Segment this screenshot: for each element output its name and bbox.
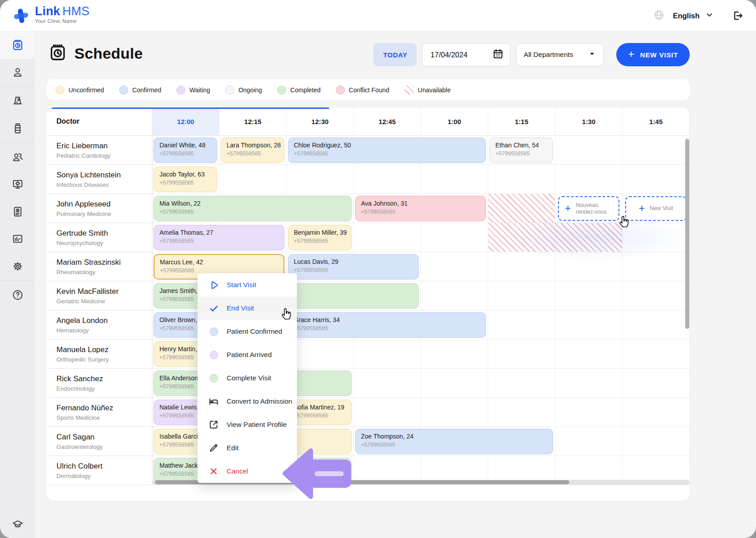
sidebar-item-billing[interactable] [0,198,35,225]
doctor-row: Manuela LopezOrthopedic SurgeryHenry Mar… [47,340,690,369]
new-visit-slot-button[interactable]: +Nouveau rendez-vous [558,196,619,221]
appointment-block-ethan-chen-54[interactable]: Ethan Chen, 54+5799558565 [490,138,553,163]
grid-cell [623,281,690,310]
status-dot-icon [277,86,286,95]
appointment-block-grace-harris-34[interactable]: Grace Harris, 34+5799558565 [288,312,486,338]
doctor-cell: Gertrude SmithNeuropsychology [47,223,152,252]
menu-item-label: Cancel [227,467,248,475]
pharmacy-icon [12,122,24,134]
grid-cell [488,398,555,426]
sidebar-item-staff[interactable] [0,143,35,171]
menu-item-patient-confirmed[interactable]: Patient Confirmed [198,320,297,343]
doctor-cell: Eric LiebermanPediatric Cardiology [47,136,152,164]
doctor-cell: Kevin MacFallisterGeriatric Medicine [47,281,152,310]
doctor-name: Sonya Lichtenstein [56,171,152,180]
bed-icon [208,396,219,407]
today-button[interactable]: TODAY [374,43,417,66]
status-dot-icon [56,86,64,95]
doctor-cell: Ulrich ColbertDermatology [47,456,152,485]
appointment-block-chloe-rodriguez-50[interactable]: Chloe Rodriguez, 50+5799558565 [288,138,486,163]
department-select[interactable]: All Departments [516,43,604,66]
doctor-name: John Appleseed [56,200,152,209]
logout-icon[interactable] [732,10,743,22]
menu-item-view-patient-profile[interactable]: View Patient Profile [198,413,297,436]
appointment-block-ava-johnson-31[interactable]: Ava Johnson, 31+5799558565 [355,196,486,221]
menu-item-label: Patient Arrived [227,351,272,359]
dot-completed-icon [208,373,219,383]
time-column-header-12-30: 12:30 [287,108,354,135]
appointment-block-zoe-thompson-24[interactable]: Zoe Thompson, 24+5799558565 [355,429,553,454]
status-legend: UnconfirmedConfirmedWaitingOngoingComple… [47,79,690,100]
doctor-name: Ulrich Colbert [56,462,152,471]
grid-cell [421,340,488,368]
appointment-block-amelia-thomas-27[interactable]: Amelia Thomas, 27+5799558565 [154,225,284,250]
appointment-block-lucas-davis-29[interactable]: Lucas Davis, 29+5799558565 [288,254,419,280]
sidebar-item-help[interactable] [0,281,35,309]
sidebar-item-patient[interactable] [0,59,35,86]
sidebar-item-pharmacy[interactable] [0,115,35,142]
legend-label: Unconfirmed [69,86,104,94]
doctor-cell: Rick SanchezEndocrinology [47,369,152,397]
new-visit-button[interactable]: + NEW VISIT [616,43,690,66]
lab-icon [12,95,24,107]
doctor-name: Eric Lieberman [56,142,152,151]
menu-item-complete-visit[interactable]: Complete Visit [198,366,297,390]
language-selector[interactable]: English [673,10,714,21]
billing-icon [12,206,24,218]
grid-cell [488,252,555,281]
dot-waiting-icon [208,349,219,360]
sidebar-item-lab[interactable] [0,87,35,115]
appointment-block-jacob-taylor-63[interactable]: Jacob Taylor, 63+5799558565 [154,167,217,192]
appointment-block-benjamin-miller-39[interactable]: Benjamin Miller, 39+5799558565 [288,225,352,250]
appointment-block-sofia-martinez-19[interactable]: Sofia Martinez, 19+5799558565 [288,400,352,425]
patient-name: Mia Wilson, 22 [159,200,346,207]
grid-cell [623,398,690,426]
menu-item-start-visit[interactable]: Start Visit [198,273,297,297]
grid-cell [555,252,623,281]
patient-name: Marcus Lee, 42 [160,258,278,266]
plus-icon: + [639,203,644,214]
menu-item-end-visit[interactable]: End Visit [198,297,297,320]
sidebar-divider [0,86,35,87]
legend-label: Completed [290,86,321,94]
legend-item-confirmed: Confirmed [119,86,161,95]
menu-item-patient-arrived[interactable]: Patient Arrived [198,343,297,366]
time-column-header-1-15: 1:15 [488,108,555,135]
doctor-name: Rick Sanchez [56,374,152,383]
schedule-table: Doctor 12:0012:1512:3012:451:001:151:301… [47,108,690,501]
doctor-specialty: Hematology [56,327,152,334]
vertical-scrollbar[interactable] [685,139,689,329]
sidebar-item-schedule[interactable] [0,31,35,59]
grid-cell [287,165,354,194]
visit-context-menu: Start VisitEnd VisitPatient ConfirmedPat… [198,273,297,483]
grid-cell [623,427,690,456]
appointment-block-daniel-white-48[interactable]: Daniel White, 48+5799558565 [154,138,217,163]
doctor-name: Fernando Núñez [56,404,152,413]
doctor-specialty: Geriatric Medicine [56,298,152,305]
date-picker-field[interactable]: 17/04/2024 [422,43,511,66]
doctor-row: Angela LondonHematologyOliver Brown,+579… [47,310,690,340]
menu-item-cancel[interactable]: Cancel [198,460,297,483]
grid-cell [421,281,488,310]
grid-cell [555,310,623,339]
doctor-specialty: Orthopedic Surgery [56,356,152,363]
row-grid [152,165,690,194]
doctor-name: Gertrude Smith [56,229,152,238]
sidebar-item-reports[interactable] [0,225,35,253]
calendar-icon[interactable] [492,48,504,61]
sidebar-item-equipment[interactable] [0,171,35,198]
menu-item-convert-to-admission[interactable]: Convert to Admission [198,390,297,413]
doctor-specialty: Pulmonary Medicine [56,211,152,217]
time-column-header-12-45: 12:45 [354,108,421,135]
grid-cell [488,369,555,397]
new-visit-label: NEW VISIT [640,51,678,59]
sidebar-item-education[interactable] [0,511,35,538]
patient-phone: +5799558565 [361,442,547,448]
patient-name: Sofia Martinez, 19 [294,404,346,411]
menu-item-edit[interactable]: Edit [198,436,297,460]
appointment-block-mia-wilson-22[interactable]: Mia Wilson, 22+5799558565 [154,196,352,221]
appointment-block-lara-thompson-28[interactable]: Lara Thompson, 28+5799558565 [221,138,284,163]
new-visit-slot-button[interactable]: +New Visit [625,196,687,221]
unavailable-hatch [488,223,622,252]
sidebar-item-settings[interactable] [0,253,35,280]
